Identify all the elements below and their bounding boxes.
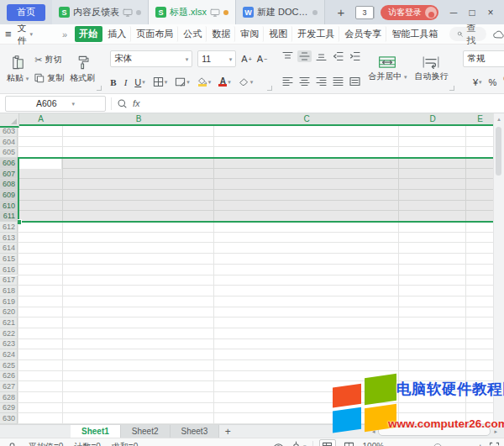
row-header-630[interactable]: 630 xyxy=(0,413,18,424)
align-bottom-button[interactable] xyxy=(314,50,328,62)
row-header-606[interactable]: 606 xyxy=(0,158,18,169)
tab-formulas[interactable]: 公式 xyxy=(179,26,207,42)
row-header-622[interactable]: 622 xyxy=(0,328,18,339)
row-header-605[interactable]: 605 xyxy=(0,147,18,158)
row-header-613[interactable]: 613 xyxy=(0,233,18,244)
sheet-tab-sheet1[interactable]: Sheet1 xyxy=(71,425,121,438)
more-quick-tools-icon[interactable]: » xyxy=(62,29,67,39)
tab-data[interactable]: 数据 xyxy=(207,26,235,42)
zoom-slider[interactable] xyxy=(402,443,472,446)
clear-format-button[interactable]: ▾ xyxy=(239,77,254,87)
minimize-button[interactable]: ─ xyxy=(445,3,462,22)
decrease-font-button[interactable]: A− xyxy=(257,54,267,64)
row-header-607[interactable]: 607 xyxy=(0,169,18,180)
column-header-C[interactable]: C xyxy=(214,113,400,126)
font-color-button[interactable]: A▾ xyxy=(218,77,231,87)
row-header-621[interactable]: 621 xyxy=(0,317,18,328)
window-count-badge[interactable]: 3 xyxy=(355,6,374,19)
wrap-text-button[interactable]: 自动换行 xyxy=(412,55,449,82)
spreadsheet-grid[interactable]: ▲ ABCDE603604605606607608609610611612613… xyxy=(0,113,504,424)
row-header-604[interactable]: 604 xyxy=(0,137,18,148)
row-header-614[interactable]: 614 xyxy=(0,243,18,254)
merge-center-button[interactable]: 合并居中 ▾ xyxy=(366,55,408,82)
cell-borders-button[interactable]: ▾ xyxy=(153,76,168,87)
fullscreen-icon[interactable] xyxy=(489,442,500,446)
align-left-button[interactable] xyxy=(281,76,295,87)
copy-button[interactable]: 复制 xyxy=(34,72,64,84)
doc-tab-new-docx[interactable]: W 新建 DOCX 文 xyxy=(236,0,325,24)
font-family-select[interactable]: 宋体 ▾ xyxy=(110,50,192,67)
file-menu-button[interactable]: 文件 ▾ xyxy=(18,22,34,47)
sheet-tab-sheet3[interactable]: Sheet3 xyxy=(171,425,220,438)
name-box[interactable]: A606 ▾ xyxy=(5,96,106,112)
tab-home[interactable]: 开始 xyxy=(75,26,102,42)
maximize-button[interactable]: □ xyxy=(464,3,480,22)
zoom-search-icon[interactable] xyxy=(117,98,128,109)
row-header-625[interactable]: 625 xyxy=(0,360,18,371)
tab-smart-toolbox[interactable]: 智能工具箱 xyxy=(387,26,442,42)
fx-icon[interactable]: fx xyxy=(133,98,140,108)
increase-indent-button[interactable] xyxy=(348,50,362,62)
page-break-view-button[interactable] xyxy=(342,440,357,446)
draw-border-button[interactable]: ▾ xyxy=(175,76,190,87)
doc-tab-title-xlsx[interactable]: S 标题.xlsx xyxy=(149,0,236,24)
number-format-select[interactable]: 常规 ▾ xyxy=(463,50,504,67)
hamburger-icon[interactable]: ≡ xyxy=(5,28,12,40)
row-header-618[interactable]: 618 xyxy=(0,286,18,296)
row-header-617[interactable]: 617 xyxy=(0,275,18,286)
guest-login-button[interactable]: 访客登录 xyxy=(381,5,438,20)
selection-range[interactable] xyxy=(18,157,494,223)
row-header-623[interactable]: 623 xyxy=(0,339,18,350)
percent-button[interactable]: % xyxy=(489,77,497,87)
row-header-629[interactable]: 629 xyxy=(0,403,18,414)
align-top-button[interactable] xyxy=(281,50,295,62)
increase-font-button[interactable]: A+ xyxy=(241,54,251,64)
column-header-A[interactable]: A xyxy=(18,113,64,126)
scroll-up-icon[interactable]: ▲ xyxy=(494,113,504,122)
pan-view-button[interactable]: ▾ xyxy=(291,441,307,446)
row-header-609[interactable]: 609 xyxy=(0,190,18,201)
eye-protection-icon[interactable] xyxy=(272,443,285,446)
decrease-indent-button[interactable] xyxy=(331,50,345,62)
tab-developer[interactable]: 开发工具 xyxy=(293,26,339,42)
column-header-D[interactable]: D xyxy=(399,113,467,126)
close-button[interactable]: × xyxy=(482,3,499,22)
row-header-628[interactable]: 628 xyxy=(0,392,18,403)
italic-button[interactable]: I xyxy=(124,77,128,87)
align-right-button[interactable] xyxy=(314,76,328,87)
align-middle-button[interactable] xyxy=(297,50,312,62)
row-header-615[interactable]: 615 xyxy=(0,254,18,265)
select-all-corner[interactable] xyxy=(0,113,19,128)
find-button[interactable]: 查找 xyxy=(449,27,486,41)
row-header-620[interactable]: 620 xyxy=(0,307,18,318)
zoom-level[interactable]: 100% xyxy=(363,442,385,446)
column-header-E[interactable]: E xyxy=(466,113,495,126)
cloud-sync-icon[interactable] xyxy=(492,29,504,39)
row-header-612[interactable]: 612 xyxy=(0,222,18,233)
paste-button[interactable]: 粘贴 ▾ xyxy=(5,55,30,84)
row-header-611[interactable]: 611 xyxy=(0,211,18,222)
zoom-out-button[interactable]: − xyxy=(390,442,395,446)
vertical-scrollbar[interactable]: ▲ xyxy=(493,113,504,424)
row-header-627[interactable]: 627 xyxy=(0,381,18,392)
tab-view[interactable]: 视图 xyxy=(265,26,292,42)
format-painter-button[interactable]: 格式刷 xyxy=(68,55,97,84)
zoom-slider-knob[interactable] xyxy=(433,443,442,446)
macro-record-icon[interactable] xyxy=(7,441,18,446)
row-header-619[interactable]: 619 xyxy=(0,296,18,307)
formula-input[interactable] xyxy=(145,97,499,110)
row-header-616[interactable]: 616 xyxy=(0,265,18,275)
doc-tab-feedback[interactable]: S 内容反馈表 xyxy=(52,0,149,24)
bold-button[interactable]: B xyxy=(110,77,116,87)
justify-button[interactable] xyxy=(331,76,345,87)
horizontal-scrollbar-thumb[interactable] xyxy=(378,427,491,436)
normal-view-button[interactable] xyxy=(319,439,336,446)
tab-insert[interactable]: 插入 xyxy=(103,26,131,42)
active-cell[interactable] xyxy=(18,159,62,169)
row-header-608[interactable]: 608 xyxy=(0,179,18,190)
scroll-right-icon[interactable]: ▸ xyxy=(494,428,497,435)
tab-page-layout[interactable]: 页面布局 xyxy=(132,26,178,42)
currency-button[interactable]: ¥▾ xyxy=(473,77,482,87)
font-size-select[interactable]: 11 ▾ xyxy=(197,50,236,67)
horizontal-scrollbar[interactable]: ◂ ▸ xyxy=(372,427,497,436)
